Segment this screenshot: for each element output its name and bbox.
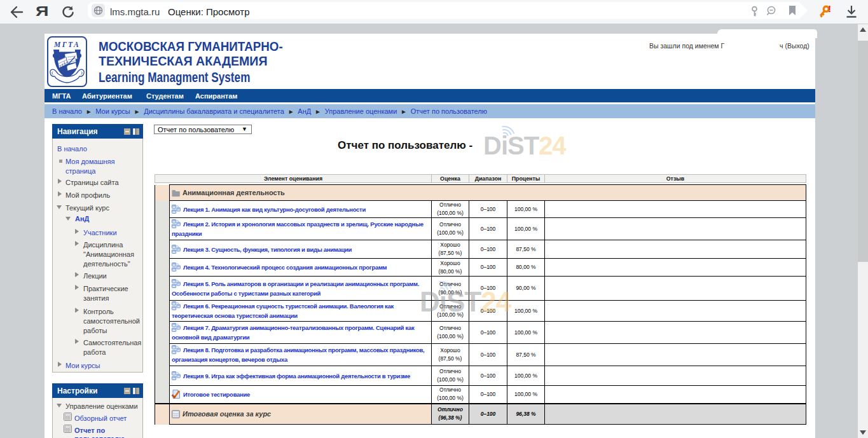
svg-text:МГТА: МГТА bbox=[53, 41, 80, 48]
svg-text:!: ! bbox=[828, 4, 831, 14]
